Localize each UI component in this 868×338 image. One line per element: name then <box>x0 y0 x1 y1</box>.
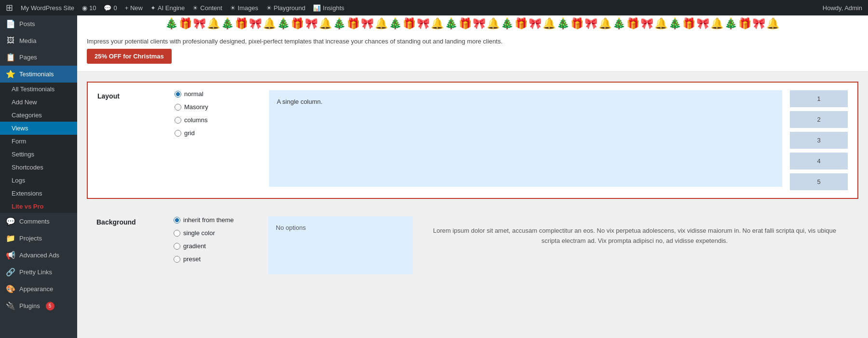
background-row: Background inherit from theme single col… <box>87 209 858 282</box>
layout-option-masonry[interactable]: Masonry <box>175 103 261 111</box>
background-preview-text: Lorem ipsum dolor sit amet, accusam comp… <box>420 216 849 256</box>
bg-option-inherit[interactable]: inherit from theme <box>174 216 260 224</box>
layout-section: Layout normal Masonry columns <box>87 82 858 199</box>
sidebar-item-add-new[interactable]: Add New <box>0 96 77 109</box>
sidebar-item-settings[interactable]: Settings <box>0 148 77 161</box>
admin-bar: ⊞ My WordPress Site ◉ 10 💬 0 + New ✦ AI … <box>0 0 868 15</box>
promo-text: Impress your potential clients with prof… <box>77 32 868 49</box>
sidebar-item-plugins[interactable]: 🔌 Plugins 5 <box>0 297 77 314</box>
bg-option-single-color[interactable]: single color <box>174 229 260 237</box>
layout-radio-normal[interactable] <box>175 91 181 98</box>
bg-radio-gradient[interactable] <box>174 243 180 250</box>
background-options: inherit from theme single color gradient <box>174 216 260 263</box>
site-name-text: My WordPress Site <box>21 4 74 12</box>
background-no-options: No options <box>268 216 413 274</box>
site-name-link[interactable]: My WordPress Site <box>21 4 74 12</box>
layout-options: normal Masonry columns grid <box>175 90 261 137</box>
layout-number-2[interactable]: 2 <box>790 111 848 128</box>
plugins-badge: 5 <box>46 302 54 310</box>
layout-radio-columns[interactable] <box>175 117 181 124</box>
bg-radio-preset[interactable] <box>174 256 180 263</box>
appearance-icon: 🎨 <box>6 284 15 294</box>
sidebar-item-posts[interactable]: 📄 Posts <box>0 15 77 32</box>
layout-number-3[interactable]: 3 <box>790 132 848 149</box>
background-section: Background inherit from theme single col… <box>87 209 858 282</box>
promo-button[interactable]: 25% OFF for Christmas <box>87 49 172 64</box>
sidebar-item-comments[interactable]: 💬 Comments <box>0 213 77 230</box>
settings-area: Layout normal Masonry columns <box>77 72 868 301</box>
testimonials-submenu: All Testimonials Add New Categories View… <box>0 83 77 213</box>
layout-number-5[interactable]: 5 <box>790 173 848 190</box>
testimonials-icon: ⭐ <box>6 70 15 79</box>
projects-icon: 📁 <box>6 234 15 243</box>
monitor-icon: ◉ <box>82 4 87 12</box>
sidebar-item-pretty-links[interactable]: 🔗 Pretty Links <box>0 264 77 281</box>
layout-option-columns[interactable]: columns <box>175 116 261 124</box>
content-icon: ☀ <box>192 4 198 12</box>
posts-icon: 📄 <box>6 19 15 28</box>
ai-engine-link[interactable]: ✦ AI Engine <box>150 4 185 12</box>
comments-link[interactable]: 💬 0 <box>104 4 117 12</box>
pages-icon: 📋 <box>6 53 15 62</box>
sidebar-item-lite-vs-pro[interactable]: Lite vs Pro <box>0 200 77 213</box>
wp-logo-icon[interactable]: ⊞ <box>6 2 13 13</box>
insights-link[interactable]: 📊 Insights <box>313 4 344 12</box>
sidebar-item-pages[interactable]: 📋 Pages <box>0 49 77 66</box>
ai-engine-icon: ✦ <box>150 4 156 12</box>
main-content: 🎄🎁🎀🔔🎄🎁🎀🔔🎄🎁🎀🔔🎄🎁🎀🔔🎄🎁🎀🔔🎄🎁🎀🔔🎄🎁🎀🔔🎄🎁🎀🔔🎄🎁🎀🔔🎄🎁🎀🔔… <box>77 15 868 338</box>
layout-number-4[interactable]: 4 <box>790 153 848 169</box>
layout-number-1[interactable]: 1 <box>790 90 848 107</box>
insights-icon: 📊 <box>313 4 321 12</box>
media-icon: 🖼 <box>6 36 15 45</box>
howdy-label[interactable]: Howdy, Admin <box>823 4 862 12</box>
bg-option-gradient[interactable]: gradient <box>174 242 260 250</box>
layout-label: Layout <box>97 90 175 100</box>
sidebar-item-logs[interactable]: Logs <box>0 174 77 187</box>
playground-link[interactable]: ☀ Playground <box>266 4 306 12</box>
new-button[interactable]: + New <box>125 4 143 12</box>
promo-banner: 🎄🎁🎀🔔🎄🎁🎀🔔🎄🎁🎀🔔🎄🎁🎀🔔🎄🎁🎀🔔🎄🎁🎀🔔🎄🎁🎀🔔🎄🎁🎀🔔🎄🎁🎀🔔🎄🎁🎀🔔… <box>77 15 868 72</box>
images-icon: ☀ <box>230 4 236 12</box>
sidebar-item-all-testimonials[interactable]: All Testimonials <box>0 83 77 96</box>
layout-preview: A single column. <box>269 90 782 187</box>
sidebar-item-media[interactable]: 🖼 Media <box>0 32 77 49</box>
sidebar-item-testimonials[interactable]: ⭐ Testimonials <box>0 66 77 83</box>
bg-radio-inherit[interactable] <box>174 217 180 224</box>
pretty-links-icon: 🔗 <box>6 268 15 277</box>
playground-icon: ☀ <box>266 4 272 12</box>
layout-radio-masonry[interactable] <box>175 104 181 111</box>
advanced-ads-icon: 📢 <box>6 251 15 260</box>
content-link[interactable]: ☀ Content <box>192 4 222 12</box>
bg-radio-single-color[interactable] <box>174 230 180 237</box>
background-label: Background <box>96 216 174 226</box>
sidebar-item-categories[interactable]: Categories <box>0 109 77 122</box>
layout-option-normal[interactable]: normal <box>175 90 261 98</box>
sidebar: 📄 Posts 🖼 Media 📋 Pages ⭐ Testimonials A… <box>0 15 77 338</box>
images-link[interactable]: ☀ Images <box>230 4 258 12</box>
layout-numbers: 1 2 3 4 5 <box>790 90 848 190</box>
monitor-link[interactable]: ◉ 10 <box>82 4 96 12</box>
layout-radio-grid[interactable] <box>175 130 181 137</box>
sidebar-item-advanced-ads[interactable]: 📢 Advanced Ads <box>0 247 77 264</box>
sidebar-item-extensions[interactable]: Extensions <box>0 187 77 200</box>
comment-icon: 💬 <box>104 4 111 12</box>
ornament-row: 🎄🎁🎀🔔🎄🎁🎀🔔🎄🎁🎀🔔🎄🎁🎀🔔🎄🎁🎀🔔🎄🎁🎀🔔🎄🎁🎀🔔🎄🎁🎀🔔🎄🎁🎀🔔🎄🎁🎀🔔… <box>77 15 868 32</box>
bg-option-preset[interactable]: preset <box>174 255 260 263</box>
plugins-icon: 🔌 <box>6 301 15 310</box>
sidebar-item-views[interactable]: Views <box>0 122 77 135</box>
layout-row: Layout normal Masonry columns <box>88 83 857 198</box>
sidebar-item-form[interactable]: Form <box>0 135 77 148</box>
sidebar-item-appearance[interactable]: 🎨 Appearance <box>0 281 77 297</box>
sidebar-item-shortcodes[interactable]: Shortcodes <box>0 161 77 174</box>
layout-option-grid[interactable]: grid <box>175 129 261 137</box>
comments-icon: 💬 <box>6 217 15 226</box>
sidebar-item-projects[interactable]: 📁 Projects <box>0 230 77 247</box>
